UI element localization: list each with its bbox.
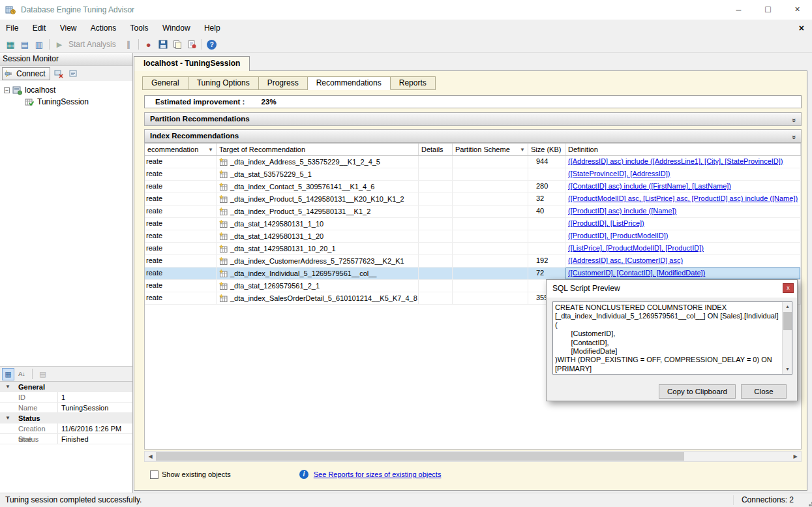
header-target[interactable]: Target of Recommendation: [217, 144, 419, 155]
definition-link[interactable]: ([StateProvinceID], [AddressID]): [568, 170, 670, 177]
property-row-id[interactable]: ID 1: [0, 392, 132, 403]
table-row[interactable]: reate_dta_index_Contact_5_309576141__K1_…: [145, 181, 801, 193]
export-session-button[interactable]: [185, 37, 199, 52]
delete-session-button[interactable]: [67, 68, 79, 80]
copy-to-clipboard-button[interactable]: Copy to Clipboard: [659, 384, 736, 399]
filter-dropdown-icon[interactable]: ▼: [208, 147, 213, 153]
collapse-chevron-icon[interactable]: »: [787, 118, 800, 122]
table-row[interactable]: reate_dta_stat_1429580131_1_20([ProductI…: [145, 230, 801, 243]
header-recommendation[interactable]: ecommendation ▼: [145, 144, 217, 155]
scroll-right-icon[interactable]: ▶: [790, 452, 801, 461]
stop-analysis-button[interactable]: ●: [142, 37, 156, 52]
document-tab[interactable]: localhost - TuningSession: [134, 56, 250, 71]
vertical-scrollbar[interactable]: ▲ ▼: [782, 302, 792, 374]
property-row-creation-time[interactable]: Creation time 11/6/2016 1:26 PM: [0, 423, 132, 434]
menu-actions[interactable]: Actions: [85, 20, 122, 37]
menu-tools[interactable]: Tools: [125, 20, 155, 37]
definition-link[interactable]: ([ProductID] asc) include ([Name]): [568, 207, 676, 215]
help-button[interactable]: ?: [205, 37, 219, 52]
scroll-left-icon[interactable]: ◀: [145, 452, 156, 461]
definition-link[interactable]: ([AddressID] asc) include ([AddressLine1…: [568, 157, 783, 165]
sql-text-area[interactable]: CREATE NONCLUSTERED COLUMNSTORE INDEX [_…: [552, 301, 792, 375]
maximize-button[interactable]: □: [753, 0, 783, 20]
stop-session-button[interactable]: [53, 68, 65, 80]
partition-recommendations-bar[interactable]: Partition Recommendations »: [144, 112, 802, 126]
property-category-status[interactable]: ▼ Status: [0, 413, 132, 423]
row-partition-cell: [453, 181, 528, 192]
table-row[interactable]: reate_dta_stat_1429580131_1_10([ProductI…: [145, 218, 801, 230]
scrollbar-thumb[interactable]: [783, 312, 792, 330]
close-button[interactable]: ×: [783, 0, 812, 20]
header-size[interactable]: Size (KB): [528, 144, 565, 155]
table-grid-icon: [219, 220, 228, 228]
connect-button[interactable]: Connect: [2, 67, 50, 80]
table-row[interactable]: reate_dta_stat_1429580131_10_20_1([ListP…: [145, 243, 801, 255]
dialog-close-action-button[interactable]: Close: [741, 384, 787, 399]
table-row[interactable]: reate_dta_index_Product_5_1429580131__K2…: [145, 193, 801, 206]
new-session-button[interactable]: ▦: [3, 37, 18, 52]
header-details[interactable]: Details: [419, 144, 453, 155]
property-category-general[interactable]: ▼ General: [0, 382, 132, 392]
session-tree: − localhost TuningSession: [0, 81, 132, 367]
table-row[interactable]: reate_dta_index_Product_5_1429580131__K1…: [145, 206, 801, 218]
category-collapse-icon[interactable]: ▼: [5, 413, 10, 423]
property-row-name[interactable]: Name TuningSession: [0, 403, 132, 413]
index-recommendations-bar[interactable]: Index Recommendations »: [144, 129, 802, 143]
scroll-down-icon[interactable]: ▼: [783, 365, 792, 374]
tab-general[interactable]: General: [142, 76, 188, 90]
definition-link[interactable]: ([ProductModelID] asc, [ListPrice] asc, …: [568, 194, 798, 202]
table-row[interactable]: reate_dta_stat_53575229_5_1([StateProvin…: [145, 168, 801, 181]
category-collapse-icon[interactable]: ▼: [5, 382, 10, 392]
tab-reports[interactable]: Reports: [391, 76, 436, 90]
definition-link[interactable]: ([ProductID], [ListPrice]): [568, 219, 644, 227]
categorized-view-button[interactable]: ▦: [2, 368, 14, 380]
menu-file[interactable]: File: [0, 20, 24, 37]
menu-help[interactable]: Help: [198, 20, 226, 37]
header-partition-scheme[interactable]: Partition Scheme ▼: [453, 144, 528, 155]
property-row-status[interactable]: Status Finished: [0, 434, 132, 444]
tree-item-tuningsession[interactable]: TuningSession: [25, 96, 89, 108]
start-analysis-button[interactable]: ▶: [52, 37, 67, 52]
open-workload-button[interactable]: ▥: [32, 37, 46, 52]
minimize-button[interactable]: –: [724, 0, 753, 20]
row-partition-cell: [453, 292, 528, 304]
scroll-up-icon[interactable]: ▲: [783, 302, 792, 311]
menu-edit[interactable]: Edit: [27, 20, 52, 37]
tree-expander-icon[interactable]: −: [4, 87, 10, 93]
menu-view[interactable]: View: [54, 20, 83, 37]
definition-link[interactable]: ([AddressID] asc, [CustomerID] asc): [568, 256, 683, 264]
see-reports-link[interactable]: See Reports for sizes of existing object…: [314, 470, 442, 478]
table-row[interactable]: reate_dta_index_CustomerAddress_5_725577…: [145, 255, 801, 268]
definition-link[interactable]: ([ProductID], [ProductModelID]): [568, 232, 668, 239]
pause-analysis-button[interactable]: ∥: [121, 37, 136, 52]
menu-window[interactable]: Window: [157, 20, 196, 37]
horizontal-scrollbar[interactable]: ◀ ▶: [144, 451, 802, 462]
alphabetical-sort-button[interactable]: A↓: [16, 368, 28, 380]
tree-item-localhost[interactable]: − localhost: [4, 84, 55, 96]
save-recommendations-button[interactable]: [156, 37, 170, 52]
collapse-chevron-icon[interactable]: »: [787, 135, 800, 139]
start-analysis-label[interactable]: Start Analysis: [68, 40, 116, 49]
table-row[interactable]: reate_dta_index_Individual_5_1269579561_…: [145, 268, 801, 280]
table-row[interactable]: reate_dta_index_Address_5_53575229__K1_2…: [145, 156, 801, 168]
definition-link[interactable]: ([ListPrice], [ProductModelID], [Product…: [568, 244, 704, 252]
save-icon: [158, 40, 168, 49]
header-definition[interactable]: Definition: [565, 144, 801, 155]
copy-results-button[interactable]: [170, 37, 185, 52]
document-close-icon[interactable]: ×: [799, 20, 804, 37]
row-partition-cell: [453, 230, 528, 242]
dialog-title: SQL Script Preview: [552, 284, 620, 293]
definition-link[interactable]: ([CustomerID], [ContactID], [ModifiedDat…: [568, 269, 705, 277]
tab-progress[interactable]: Progress: [259, 76, 308, 90]
open-session-button[interactable]: ▤: [18, 37, 32, 52]
status-message: Tuning session completed successfully.: [5, 493, 142, 507]
show-existing-objects-checkbox[interactable]: [150, 470, 158, 479]
resize-grip[interactable]: [806, 502, 808, 504]
filter-dropdown-icon[interactable]: ▼: [520, 147, 525, 153]
scrollbar-thumb[interactable]: [156, 452, 684, 461]
tab-tuning-options[interactable]: Tuning Options: [188, 76, 259, 90]
dialog-close-button[interactable]: x: [783, 283, 794, 293]
property-pages-button[interactable]: ▤: [37, 368, 49, 380]
definition-link[interactable]: ([ContactID] asc) include ([FirstName], …: [568, 182, 731, 190]
tab-recommendations[interactable]: Recommendations: [308, 76, 391, 90]
